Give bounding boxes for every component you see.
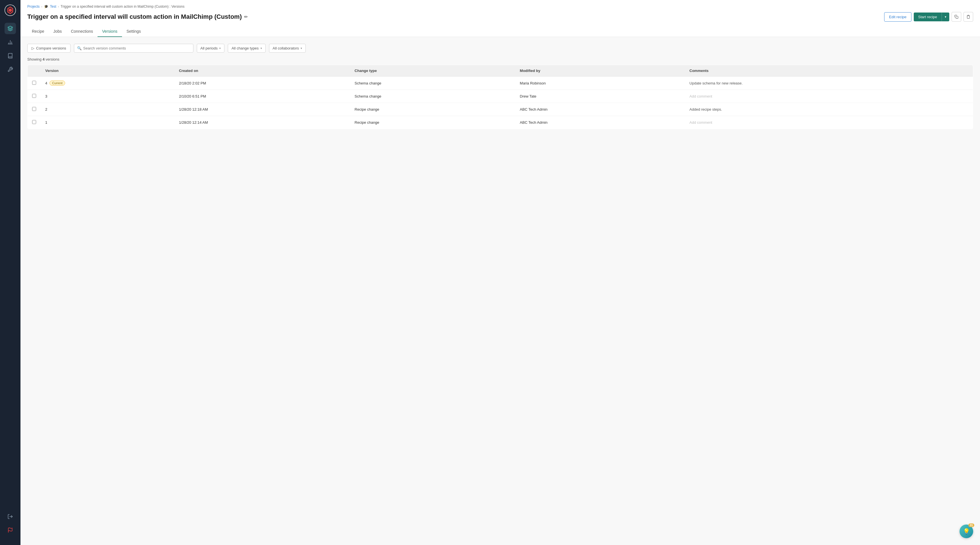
row-version-1: 3 bbox=[41, 90, 174, 103]
logo-icon bbox=[5, 5, 16, 16]
tab-jobs[interactable]: Jobs bbox=[49, 26, 67, 37]
row-comment-3[interactable]: Add comment bbox=[685, 116, 973, 129]
row-checkbox-cell bbox=[28, 103, 41, 116]
tab-settings[interactable]: Settings bbox=[122, 26, 146, 37]
col-version: Version bbox=[41, 65, 174, 76]
row-version-3: 1 bbox=[41, 116, 174, 129]
svg-rect-9 bbox=[956, 16, 958, 19]
row-created-on-2: 1/28/20 12:18 AM bbox=[174, 103, 350, 116]
version-number-2: 2 bbox=[45, 107, 47, 112]
search-box[interactable]: 🔍 bbox=[74, 44, 193, 53]
breadcrumb-current: Trigger on a specified interval will cus… bbox=[60, 5, 185, 8]
breadcrumb: Projects › 🎓 Test › Trigger on a specifi… bbox=[27, 5, 973, 8]
breadcrumb-test-icon: 🎓 bbox=[44, 5, 48, 8]
col-checkbox bbox=[28, 65, 41, 76]
period-caret: ▾ bbox=[219, 47, 221, 50]
row-comment-1[interactable]: Add comment bbox=[685, 90, 973, 103]
row-modified-by-3: ABC Tech Admin bbox=[515, 116, 685, 129]
table-row: 1 1/28/20 12:14 AM Recipe change ABC Tec… bbox=[28, 116, 973, 129]
page-tabs: Recipe Jobs Connections Versions Setting… bbox=[27, 26, 973, 37]
compare-label: Compare versions bbox=[36, 46, 66, 50]
page-title-text: Trigger on a specified interval will cus… bbox=[27, 13, 242, 21]
sidebar-item-library[interactable] bbox=[5, 50, 16, 61]
breadcrumb-sep-1: › bbox=[41, 5, 42, 8]
sidebar-item-account[interactable] bbox=[5, 524, 16, 536]
wrench-icon bbox=[7, 67, 13, 72]
row-checkbox-2[interactable] bbox=[32, 107, 36, 111]
row-created-on-1: 2/10/20 6:51 PM bbox=[174, 90, 350, 103]
col-created-on: Created on bbox=[174, 65, 350, 76]
collaborator-caret: ▾ bbox=[301, 47, 302, 50]
row-checkbox-cell bbox=[28, 76, 41, 90]
copy-icon bbox=[955, 15, 958, 19]
row-change-type-2: Recipe change bbox=[350, 103, 515, 116]
period-filter[interactable]: All periods ▾ bbox=[197, 44, 225, 53]
edit-recipe-button[interactable]: Edit recipe bbox=[884, 12, 911, 22]
compare-versions-button[interactable]: ▷ Compare versions bbox=[27, 44, 70, 53]
showing-text-suffix: versions bbox=[46, 57, 59, 61]
period-label: All periods bbox=[200, 46, 218, 50]
comment-text-2: Added recipe steps. bbox=[689, 107, 722, 112]
help-button[interactable]: 31 💡 bbox=[959, 524, 973, 538]
help-badge: 31 bbox=[968, 523, 974, 527]
sidebar-item-recipes[interactable] bbox=[5, 23, 16, 34]
log-out-icon bbox=[7, 514, 13, 520]
row-version-0: 4 Current bbox=[41, 76, 174, 90]
layers-icon bbox=[7, 25, 13, 31]
svg-marker-2 bbox=[8, 26, 13, 29]
copy-recipe-button[interactable] bbox=[951, 12, 961, 22]
breadcrumb-projects[interactable]: Projects bbox=[27, 5, 40, 8]
table-row: 2 1/28/20 12:18 AM Recipe change ABC Tec… bbox=[28, 103, 973, 116]
start-recipe-caret[interactable]: ▾ bbox=[942, 13, 949, 21]
row-version-2: 2 bbox=[41, 103, 174, 116]
version-number-0: 4 bbox=[45, 81, 47, 85]
search-icon: 🔍 bbox=[77, 46, 82, 50]
row-checkbox-0[interactable] bbox=[32, 81, 36, 85]
row-change-type-0: Schema change bbox=[350, 76, 515, 90]
version-number-3: 1 bbox=[45, 120, 47, 124]
filter-bar: ▷ Compare versions 🔍 All periods ▾ All c… bbox=[27, 44, 973, 53]
collaborator-label: All collaborators bbox=[273, 46, 299, 50]
breadcrumb-sep-2: › bbox=[58, 5, 59, 8]
row-checkbox-1[interactable] bbox=[32, 94, 36, 98]
row-checkbox-3[interactable] bbox=[32, 120, 36, 124]
header-actions: Edit recipe Start recipe ▾ bbox=[884, 12, 973, 22]
row-comment-0: Update schema for new release. bbox=[685, 76, 973, 90]
tab-connections[interactable]: Connections bbox=[66, 26, 97, 37]
versions-table: Version Created on Change type Modified … bbox=[27, 65, 973, 129]
delete-recipe-button[interactable] bbox=[964, 12, 973, 22]
change-type-filter[interactable]: All change types ▾ bbox=[228, 44, 265, 53]
showing-text-prefix: Showing bbox=[27, 57, 41, 61]
start-recipe-group: Start recipe ▾ bbox=[914, 13, 949, 21]
start-recipe-button[interactable]: Start recipe bbox=[914, 13, 942, 21]
add-comment-1[interactable]: Add comment bbox=[689, 94, 712, 99]
row-comment-2: Added recipe steps. bbox=[685, 103, 973, 116]
col-modified-by: Modified by bbox=[515, 65, 685, 76]
version-number-1: 3 bbox=[45, 94, 47, 99]
tab-versions[interactable]: Versions bbox=[97, 26, 122, 37]
page-title-row: Trigger on a specified interval will cus… bbox=[27, 12, 973, 22]
svg-point-1 bbox=[8, 8, 12, 12]
sidebar-item-tools[interactable] bbox=[5, 64, 16, 75]
sidebar-item-export[interactable] bbox=[5, 511, 16, 522]
trash-icon bbox=[966, 15, 970, 19]
sidebar-item-dashboard[interactable] bbox=[5, 37, 16, 48]
flag-icon bbox=[7, 527, 13, 533]
sidebar bbox=[0, 0, 21, 545]
tab-recipe[interactable]: Recipe bbox=[27, 26, 49, 37]
page-title: Trigger on a specified interval will cus… bbox=[27, 13, 248, 21]
sidebar-nav bbox=[5, 23, 16, 511]
breadcrumb-test[interactable]: Test bbox=[50, 5, 56, 8]
add-comment-3[interactable]: Add comment bbox=[689, 120, 712, 124]
row-modified-by-2: ABC Tech Admin bbox=[515, 103, 685, 116]
col-comments: Comments bbox=[685, 65, 973, 76]
showing-count: 4 bbox=[43, 57, 45, 61]
search-input[interactable] bbox=[83, 46, 190, 50]
app-logo[interactable] bbox=[5, 5, 16, 16]
bulb-icon: 💡 bbox=[963, 528, 970, 535]
edit-title-icon[interactable]: ✏ bbox=[244, 14, 248, 20]
page-header: Projects › 🎓 Test › Trigger on a specifi… bbox=[21, 0, 980, 37]
row-change-type-3: Recipe change bbox=[350, 116, 515, 129]
collaborator-filter[interactable]: All collaborators ▾ bbox=[269, 44, 306, 53]
row-modified-by-1: Drew Tate bbox=[515, 90, 685, 103]
